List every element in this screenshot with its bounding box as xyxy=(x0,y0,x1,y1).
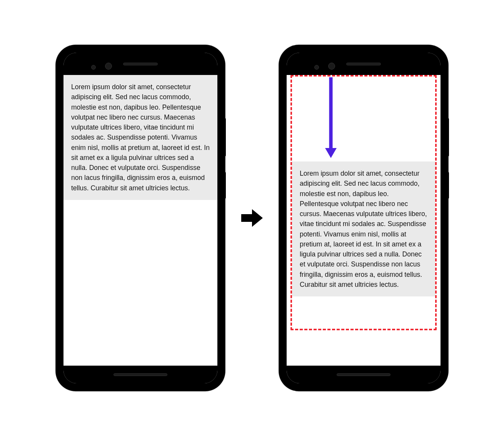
phone-sensor-icon xyxy=(314,65,319,70)
diagram-container: Lorem ipsum dolor sit amet, consectetur … xyxy=(56,45,448,391)
phone-side-button xyxy=(447,172,449,199)
phone-speaker-icon xyxy=(113,373,167,376)
phone-sensor-icon xyxy=(91,65,96,70)
phone-screen: Lorem ipsum dolor sit amet, consectetur … xyxy=(63,53,217,383)
phone-side-button xyxy=(224,118,226,156)
phone-bezel: Lorem ipsum dolor sit amet, consectetur … xyxy=(60,50,220,386)
phone-mockup-after: Lorem ipsum dolor sit amet, consectetur … xyxy=(279,45,448,391)
phone-side-button xyxy=(224,172,226,199)
phone-top-bar xyxy=(287,53,441,75)
phone-speaker-icon xyxy=(337,373,391,376)
phone-screen: Lorem ipsum dolor sit amet, consectetur … xyxy=(287,53,441,383)
phone-mockup-before: Lorem ipsum dolor sit amet, consectetur … xyxy=(56,45,225,391)
phone-bottom-bar xyxy=(287,366,441,383)
phone-bottom-bar xyxy=(63,366,217,383)
right-arrow-icon xyxy=(240,208,264,228)
phone-speaker-icon xyxy=(346,63,381,65)
phone-camera-icon xyxy=(105,63,112,70)
phone-camera-icon xyxy=(328,63,335,70)
phone-speaker-icon xyxy=(123,63,158,65)
phone-side-button xyxy=(447,118,449,156)
phone-bezel: Lorem ipsum dolor sit amet, consectetur … xyxy=(284,50,444,386)
content-text-block: Lorem ipsum dolor sit amet, consectetur … xyxy=(63,75,217,200)
phone-top-bar xyxy=(63,53,217,75)
content-text-block: Lorem ipsum dolor sit amet, consectetur … xyxy=(292,161,435,296)
phone-viewport: Lorem ipsum dolor sit amet, consectetur … xyxy=(63,75,217,366)
phone-viewport: Lorem ipsum dolor sit amet, consectetur … xyxy=(287,75,441,366)
